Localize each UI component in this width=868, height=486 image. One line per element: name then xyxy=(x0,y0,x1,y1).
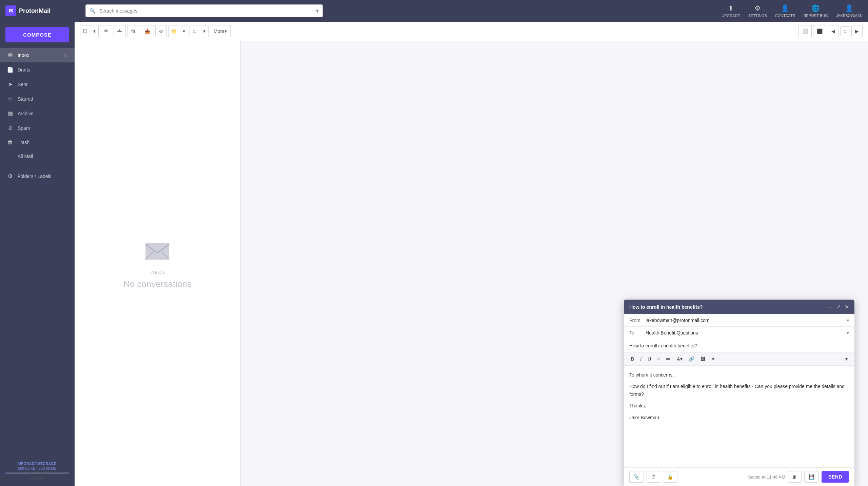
contacts-icon: 👤 xyxy=(781,4,789,12)
compose-body-line1: To whom it concerns, xyxy=(629,371,849,379)
starred-icon: ☆ xyxy=(7,96,14,102)
text-color-button[interactable]: A▾ xyxy=(674,355,685,363)
ordered-list-button[interactable]: ≔ xyxy=(663,355,673,363)
upgrade-icon: ⬆ xyxy=(728,4,734,12)
storage-bar xyxy=(5,472,69,474)
upgrade-nav-item[interactable]: ⬆ UPGRADE xyxy=(722,4,740,18)
compose-saved-status: Saved at 11:46 AM xyxy=(748,474,785,480)
select-dropdown-button[interactable]: ☐ ▾ xyxy=(80,25,99,37)
user-nav-item[interactable]: 👤 JAKEBOWMAN xyxy=(836,4,863,18)
contacts-nav-item[interactable]: 👤 CONTACTS xyxy=(775,4,795,18)
move-dropdown-icon[interactable]: ▾ xyxy=(180,26,188,36)
refresh-icon[interactable]: ↻ xyxy=(64,53,68,58)
compose-body[interactable]: To whom it concerns, How do I find out i… xyxy=(624,366,854,467)
compose-send-button[interactable]: SEND xyxy=(822,471,849,483)
search-icon: 🔍 xyxy=(90,8,95,14)
sent-icon: ➤ xyxy=(7,81,14,87)
inbox-icon: ✉ xyxy=(7,52,14,58)
view-split-horizontal-button[interactable]: ⬛ xyxy=(813,25,826,37)
compose-save-button[interactable]: 💾 xyxy=(804,471,819,483)
prev-page-button[interactable]: ◀ xyxy=(828,25,839,37)
compose-from-value: jakebowman@protonmail.com xyxy=(646,318,847,323)
search-bar: 🔍 ▾ xyxy=(85,4,323,17)
toolbar-right: ⬜ ⬛ ◀ 1 ▶ xyxy=(798,25,863,37)
image-button[interactable]: 🖼 xyxy=(698,355,708,363)
sidebar-item-archive[interactable]: ▦ Archive xyxy=(0,106,75,121)
compose-discard-button[interactable]: 🗑 xyxy=(788,471,802,483)
page-number: 1 xyxy=(840,26,850,36)
label-dropdown-icon[interactable]: ▾ xyxy=(200,26,208,36)
compose-from-field: From jakebowman@protonmail.com ▾ xyxy=(624,314,854,327)
user-icon: 👤 xyxy=(845,4,853,12)
inbox-label: INBOX xyxy=(150,270,165,275)
attach-file-button[interactable]: 📎 xyxy=(629,471,644,483)
compose-subject-input[interactable] xyxy=(629,343,849,348)
archive-icon: ▦ xyxy=(7,110,14,117)
compose-to-value[interactable]: Health Benefit Questions xyxy=(646,330,847,336)
folders-icon: ⚙ xyxy=(7,173,14,179)
compose-close-button[interactable]: ✕ xyxy=(845,304,849,310)
checkbox-icon[interactable]: ☐ xyxy=(80,26,90,36)
mark-read-button[interactable]: 👁 xyxy=(100,25,112,37)
sidebar-item-inbox[interactable]: ✉ Inbox ↻ xyxy=(0,48,75,62)
search-chevron-icon: ▾ xyxy=(316,8,319,14)
label-dropdown-button[interactable]: 🏷 ▾ xyxy=(190,25,209,37)
sidebar-item-drafts[interactable]: 📄 Drafts xyxy=(0,62,75,77)
encrypt-button[interactable]: 🔒 xyxy=(663,471,677,483)
sidebar-item-folders[interactable]: ⚙ Folders / Labels xyxy=(0,169,75,183)
select-dropdown-icon[interactable]: ▾ xyxy=(91,26,98,36)
compose-body-line2: How do I find out if I am eligible to en… xyxy=(629,383,849,398)
report-bug-nav-item[interactable]: 🌐 REPORT BUG xyxy=(803,4,828,18)
mark-unread-button[interactable]: 👁 xyxy=(114,25,126,37)
compose-to-field: To: Health Benefit Questions ▾ xyxy=(624,327,854,339)
bold-button[interactable]: B xyxy=(628,355,637,363)
sidebar-item-starred[interactable]: ☆ Starred xyxy=(0,92,75,106)
block-button[interactable]: ⊘ xyxy=(155,25,167,37)
compose-to-label: To: xyxy=(629,330,646,336)
compose-to-chevron-icon: ▾ xyxy=(847,330,849,336)
search-input[interactable] xyxy=(85,4,323,17)
storage-bar-fill xyxy=(5,472,6,474)
report-bug-label: REPORT BUG xyxy=(803,14,828,18)
message-list: INBOX No conversations xyxy=(75,41,241,486)
sidebar-item-allmail[interactable]: All Mail xyxy=(0,149,75,163)
view-split-vertical-button[interactable]: ⬜ xyxy=(798,25,812,37)
compose-footer: 📎 ⏱ 🔒 Saved at 11:46 AM 🗑 💾 SEND xyxy=(624,467,854,486)
move-dropdown-button[interactable]: 📁 ▾ xyxy=(168,25,188,37)
more-button[interactable]: More ▾ xyxy=(210,25,231,37)
toolbar: ☐ ▾ 👁 👁 🗑 📥 ⊘ 📁 ▾ 🏷 xyxy=(75,22,868,41)
sidebar-item-trash[interactable]: 🗑 Trash xyxy=(0,135,75,149)
sidebar-item-sent[interactable]: ➤ Sent xyxy=(0,77,75,92)
compose-expand-button[interactable]: ⤢ xyxy=(836,304,841,310)
underline-button[interactable]: U xyxy=(645,355,654,363)
folder-icon[interactable]: 📁 xyxy=(169,26,180,36)
upgrade-storage[interactable]: UPGRADE STORAGE 508.05 KB / 500.00 MB xyxy=(5,462,69,474)
signature-button[interactable]: ✒ xyxy=(709,355,718,363)
more-label: More xyxy=(214,28,224,34)
sidebar-item-spam[interactable]: ⊘ Spam xyxy=(0,121,75,135)
italic-button[interactable]: I xyxy=(637,355,644,363)
unordered-list-button[interactable]: ≡ xyxy=(654,355,663,363)
compose-minimize-button[interactable]: ─ xyxy=(828,304,832,310)
inbox-panel: INBOX No conversations xyxy=(75,41,240,486)
next-page-button[interactable]: ▶ xyxy=(851,25,863,37)
inbox-empty-icon xyxy=(144,238,171,266)
link-button[interactable]: 🔗 xyxy=(686,355,697,363)
compose-from-label: From xyxy=(629,318,646,323)
expiry-button[interactable]: ⏱ xyxy=(647,471,660,483)
sidebar-item-label: Inbox xyxy=(18,53,60,58)
logo-icon: ✉ xyxy=(5,5,16,16)
more-formatting-button[interactable]: ▾ xyxy=(843,355,850,363)
label-icon[interactable]: 🏷 xyxy=(190,26,200,36)
app-name: ProtonMail xyxy=(19,7,51,15)
report-bug-icon: 🌐 xyxy=(811,4,820,12)
compose-button[interactable]: COMPOSE xyxy=(5,27,69,42)
sidebar-divider xyxy=(0,166,75,166)
logo-area: ✉ ProtonMail xyxy=(5,5,80,16)
compose-header-actions: ─ ⤢ ✕ xyxy=(828,304,849,310)
settings-nav-item[interactable]: ⚙ SETTINGS xyxy=(748,4,767,18)
upgrade-storage-title: UPGRADE STORAGE xyxy=(5,462,69,466)
compose-header: How to enroll in health benefits? ─ ⤢ ✕ xyxy=(624,300,854,314)
trash-button[interactable]: 🗑 xyxy=(127,25,139,37)
archive-button[interactable]: 📥 xyxy=(141,25,154,37)
